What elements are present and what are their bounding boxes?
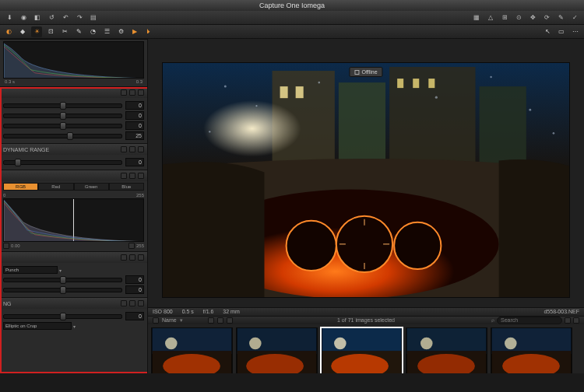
process-icon[interactable]: ✓ bbox=[570, 13, 579, 23]
levels-tab-red[interactable]: Red bbox=[38, 183, 73, 191]
thumb-item[interactable]: ★★★★★ⓘ d558-004.NEF bbox=[406, 327, 487, 373]
grid-overlay-icon[interactable]: ⊞ bbox=[500, 13, 509, 23]
vignette-method-dropdown[interactable]: Elliptic on Crop bbox=[3, 322, 72, 330]
vignette-value[interactable]: 0 bbox=[125, 312, 144, 320]
levels-out-white[interactable]: 255 bbox=[136, 193, 144, 198]
image-viewport[interactable]: Offline bbox=[148, 39, 584, 307]
import-icon[interactable]: ⬇ bbox=[5, 13, 14, 23]
levels-in-white[interactable]: 255 bbox=[136, 243, 144, 248]
levels-out-black[interactable]: 0 bbox=[3, 193, 5, 198]
offline-label: Offline bbox=[361, 69, 377, 75]
menu-icon[interactable] bbox=[138, 146, 144, 152]
exposure-value[interactable]: 0 bbox=[125, 101, 144, 110]
thumb-item[interactable]: ★★★★★ⓘ d558-005.NEF bbox=[491, 327, 572, 373]
grid-view-icon[interactable]: ▦ bbox=[472, 13, 481, 23]
thumb-size-icon[interactable] bbox=[573, 317, 579, 324]
pan-icon[interactable]: ✥ bbox=[528, 13, 537, 23]
structure-value[interactable]: 0 bbox=[125, 285, 144, 294]
zoom-icon[interactable]: ⊙ bbox=[514, 13, 523, 23]
reset-icon[interactable]: ↺ bbox=[47, 13, 56, 23]
reset-icon[interactable] bbox=[121, 300, 127, 306]
brightness-value[interactable]: 0 bbox=[125, 121, 144, 130]
reset-icon[interactable] bbox=[121, 254, 127, 261]
preview-image bbox=[162, 62, 570, 298]
tab-local-icon[interactable]: ◔ bbox=[87, 26, 98, 37]
clarity-value[interactable]: 0 bbox=[125, 275, 144, 284]
redo-icon[interactable]: ↷ bbox=[75, 13, 84, 23]
sort-icon[interactable] bbox=[153, 317, 159, 324]
preset-icon[interactable] bbox=[129, 89, 135, 96]
app-toolbar: ⬇ ◉ ◧ ↺ ↶ ↷ ▤ ▦ △ ⊞ ⊙ ✥ ⟳ ✎ ✓ bbox=[0, 11, 584, 25]
levels-histogram bbox=[3, 198, 144, 242]
tab-library-icon[interactable]: ◐ bbox=[3, 26, 14, 37]
tab-output-icon[interactable]: ⚙ bbox=[115, 26, 126, 37]
tab-process-icon[interactable]: ⏵ bbox=[143, 26, 154, 37]
tools-sidebar: 0.3 s 0.3 0 0 0 25 DYNAMIC RANGE 0 bbox=[0, 39, 148, 373]
meta-aperture: f/1.6 bbox=[203, 309, 214, 314]
thumb-item[interactable]: ★★★★★ⓘ d558-003.NEF bbox=[321, 327, 403, 373]
structure-slider[interactable] bbox=[3, 288, 122, 292]
reset-icon[interactable] bbox=[121, 146, 127, 152]
reset-icon[interactable] bbox=[121, 173, 127, 179]
clarity-slider[interactable] bbox=[3, 278, 122, 282]
white-picker-icon[interactable] bbox=[128, 243, 135, 249]
exposure-slider[interactable] bbox=[3, 103, 122, 108]
highlight-warning-icon[interactable]: △ bbox=[486, 13, 495, 23]
filter-color-icon[interactable] bbox=[217, 317, 223, 324]
thumb-item[interactable]: ★★★★★ⓘ d558-001.NEF bbox=[151, 327, 233, 373]
rotate-icon[interactable]: ⟳ bbox=[542, 13, 551, 23]
clarity-method-dropdown[interactable]: Punch bbox=[3, 266, 58, 274]
preset-icon[interactable] bbox=[129, 173, 135, 179]
contrast-slider[interactable] bbox=[3, 114, 122, 118]
menu-icon[interactable] bbox=[138, 173, 144, 179]
brightness-slider[interactable] bbox=[3, 124, 122, 128]
menu-icon[interactable] bbox=[138, 254, 144, 261]
edit-icon[interactable]: ✎ bbox=[556, 13, 565, 23]
hdr-title: DYNAMIC RANGE bbox=[3, 147, 49, 152]
hdr-slider[interactable] bbox=[3, 160, 122, 165]
thumbnail-browser[interactable]: ★★★★★ⓘ d558-001.NEF ★★★★★ⓘ d558-002.NEF … bbox=[148, 324, 584, 373]
tab-batch-icon[interactable]: ▶ bbox=[129, 26, 140, 37]
thumb-item[interactable]: ★★★★★ⓘ d558-002.NEF bbox=[236, 327, 318, 373]
undo-icon[interactable]: ↶ bbox=[61, 13, 70, 23]
tab-exposure-icon[interactable]: ☀ bbox=[31, 26, 42, 37]
svg-point-35 bbox=[249, 337, 262, 349]
saturation-slider[interactable] bbox=[3, 134, 122, 138]
contrast-value[interactable]: 0 bbox=[125, 111, 144, 120]
preset-icon[interactable] bbox=[129, 254, 135, 261]
preset-icon[interactable] bbox=[129, 300, 135, 306]
search-input[interactable] bbox=[497, 317, 562, 324]
tab-metadata-icon[interactable]: ☰ bbox=[101, 26, 112, 37]
levels-in-black[interactable]: 0.00 bbox=[11, 243, 20, 248]
cursor-icon[interactable]: ↖ bbox=[542, 26, 553, 37]
svg-rect-19 bbox=[163, 63, 569, 297]
hdr-value[interactable]: 0 bbox=[125, 158, 144, 166]
tool-tabs: ◐ ◆ ☀ ⊡ ✂ ✎ ◔ ☰ ⚙ ▶ ⏵ ↖ ▭ ⋯ bbox=[0, 25, 584, 39]
vignette-panel: NG 0 Elliptic on Crop▾ bbox=[0, 297, 147, 333]
filter-misc-icon[interactable] bbox=[227, 317, 233, 324]
svg-rect-32 bbox=[237, 328, 317, 354]
black-picker-icon[interactable] bbox=[3, 243, 9, 249]
tab-lens-icon[interactable]: ⊡ bbox=[45, 26, 56, 37]
tab-color-icon[interactable]: ◆ bbox=[17, 26, 28, 37]
sort-label[interactable]: Name bbox=[162, 317, 177, 323]
reset-icon[interactable] bbox=[121, 89, 127, 96]
window-icon[interactable]: ▭ bbox=[556, 26, 567, 37]
view-mode-icon[interactable] bbox=[565, 317, 571, 324]
capture-icon[interactable]: ◉ bbox=[19, 13, 28, 23]
tab-crop-icon[interactable]: ✂ bbox=[59, 26, 70, 37]
menu-icon[interactable]: ⋯ bbox=[570, 26, 581, 37]
vignette-slider[interactable] bbox=[3, 314, 122, 319]
menu-icon[interactable] bbox=[138, 300, 144, 306]
levels-tab-green[interactable]: Green bbox=[74, 183, 109, 191]
svg-point-39 bbox=[334, 337, 347, 349]
preset-icon[interactable] bbox=[129, 146, 135, 152]
levels-tab-blue[interactable]: Blue bbox=[109, 183, 144, 191]
variant-icon[interactable]: ◧ bbox=[33, 13, 42, 23]
copy-icon[interactable]: ▤ bbox=[89, 13, 98, 23]
filter-rating-icon[interactable] bbox=[208, 317, 214, 324]
levels-tab-rgb[interactable]: RGB bbox=[3, 183, 38, 191]
menu-icon[interactable] bbox=[138, 89, 144, 96]
saturation-value[interactable]: 25 bbox=[125, 131, 144, 140]
tab-details-icon[interactable]: ✎ bbox=[73, 26, 84, 37]
